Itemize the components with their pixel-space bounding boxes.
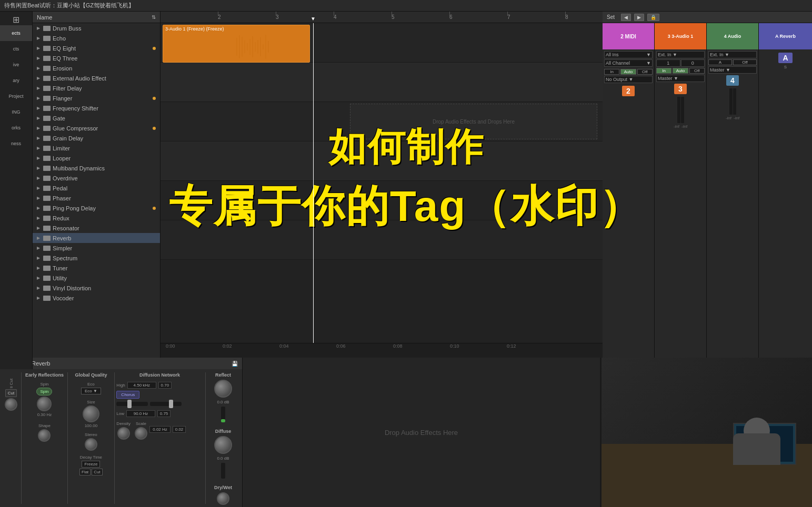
meter-l <box>677 97 680 123</box>
audio1-routing-in[interactable]: Ext. In ▼ <box>656 51 705 58</box>
nav-item-1[interactable]: ⊞ <box>0 14 32 25</box>
sidebar-item-label: Grain Delay <box>53 135 83 141</box>
sidebar-item-frequency-shifter[interactable]: ▶ Frequency Shifter <box>33 103 160 113</box>
precut-cut-btn[interactable]: Cut <box>5 389 17 397</box>
sidebar-item-flanger[interactable]: ▶ Flanger <box>33 93 160 103</box>
sidebar-item-eq-eight[interactable]: ▶ EQ Eight <box>33 43 160 53</box>
nav-item-effects[interactable]: ects <box>0 25 32 41</box>
nav-item-effects2[interactable]: cts <box>0 41 32 57</box>
high-label: High <box>116 383 125 388</box>
sidebar-sort-icon[interactable]: ⇅ <box>152 14 156 20</box>
sidebar-item-gate[interactable]: ▶ Gate <box>33 113 160 123</box>
sidebar-item-spectrum[interactable]: ▶ Spectrum <box>33 253 160 263</box>
lock-btn[interactable]: 🔒 <box>647 14 659 21</box>
sidebar-item-glue-compressor[interactable]: ▶ Glue Compressor <box>33 123 160 133</box>
sidebar-item-limiter[interactable]: ▶ Limiter <box>33 143 160 153</box>
midi-routing-ch[interactable]: All Channel ▼ <box>604 59 653 67</box>
reverb-save-icon[interactable]: 💾 <box>232 361 238 367</box>
sidebar-item-looper[interactable]: ▶ Looper <box>33 153 160 163</box>
nav-left-btn[interactable]: ◀ <box>621 14 631 21</box>
scale-knob[interactable] <box>135 427 147 440</box>
audio1-output[interactable]: Master ▼ <box>656 75 705 82</box>
sidebar-arrow: ▶ <box>37 106 42 111</box>
folder-icon <box>43 196 51 201</box>
sidebar-item-pedal[interactable]: ▶ Pedal <box>33 183 160 193</box>
stereo-knob[interactable] <box>85 438 97 451</box>
sidebar-item-vocoder[interactable]: ▶ Vocoder <box>33 293 160 303</box>
flat-btn[interactable]: Flat <box>79 469 91 475</box>
midi-output[interactable]: No Output ▼ <box>604 76 653 83</box>
midi-in-btn[interactable]: In <box>604 69 619 75</box>
eco-dropdown[interactable]: Eco ▼ <box>81 388 101 394</box>
sidebar-item-resonator[interactable]: ▶ Resonator <box>33 223 160 233</box>
nav-item-project[interactable]: Project <box>0 88 32 104</box>
size-knob[interactable] <box>83 405 99 422</box>
sidebar-item-utility[interactable]: ▶ Utility <box>33 273 160 283</box>
density-knob[interactable] <box>117 427 130 440</box>
high-slider2[interactable] <box>150 402 182 406</box>
sidebar-item-tuner[interactable]: ▶ Tuner <box>33 263 160 273</box>
audio2-off-btn[interactable]: Off <box>733 59 757 65</box>
midi-off-btn[interactable]: Off <box>637 69 653 75</box>
sidebar-item-label: Ping Pong Delay <box>53 205 96 211</box>
audio2-a-btn[interactable]: A <box>708 59 732 65</box>
nav-item-ary[interactable]: ary <box>0 73 32 88</box>
sidebar-item-drum-buss[interactable]: ▶ Drum Buss <box>33 23 160 33</box>
sidebar-item-overdrive[interactable]: ▶ Overdrive <box>33 173 160 183</box>
sidebar-item-external-audio-effect[interactable]: ▶ External Audio Effect <box>33 73 160 83</box>
low-freq-input[interactable]: 90.0 Hz <box>126 410 155 417</box>
sidebar-item-phaser[interactable]: ▶ Phaser <box>33 193 160 203</box>
precut-knob[interactable] <box>5 398 17 411</box>
shape-knob[interactable] <box>38 429 51 442</box>
freeze-btn[interactable]: Freeze <box>82 461 100 468</box>
diffuse-knob[interactable] <box>214 436 232 454</box>
sidebar-item-echo[interactable]: ▶ Echo <box>33 33 160 43</box>
sidebar-item-multiband-dynamics[interactable]: ▶ Multiband Dynamics <box>33 163 160 173</box>
playhead[interactable] <box>313 23 314 343</box>
audio1-val1[interactable]: 1 <box>656 59 680 67</box>
reflect-knob[interactable] <box>214 380 232 398</box>
midi-routing-in[interactable]: All Ins ▼ <box>604 51 653 58</box>
nav-item-live[interactable]: ive <box>0 57 32 73</box>
sidebar-item-redux[interactable]: ▶ Redux <box>33 213 160 223</box>
dry-wet-knob[interactable] <box>217 492 229 505</box>
high-val-input[interactable]: 0.70 <box>158 382 172 389</box>
high-slider[interactable] <box>116 402 148 406</box>
spin-btn[interactable]: Spin <box>36 388 52 396</box>
audio1-auto-btn[interactable]: Auto <box>673 68 688 74</box>
low-val-input[interactable]: 0.75 <box>157 410 171 417</box>
diffuse-db: 0.0 dB <box>217 456 229 461</box>
sidebar-item-filter-delay[interactable]: ▶ Filter Delay <box>33 83 160 93</box>
sidebar-item-grain-delay[interactable]: ▶ Grain Delay <box>33 133 160 143</box>
sidebar-item-reverb[interactable]: ▶ Reverb <box>33 233 160 243</box>
folder-icon <box>43 146 51 151</box>
sidebar-item-erosion[interactable]: ▶ Erosion <box>33 63 160 73</box>
nav-item-ing[interactable]: ING <box>0 104 32 120</box>
chorus-btn[interactable]: Chorus <box>116 391 139 399</box>
drop-zone[interactable]: Drop Audio Effects Here <box>242 358 600 507</box>
audio2-routing-in[interactable]: Ext. In ▼ <box>708 51 757 58</box>
nav-right-btn[interactable]: ▶ <box>634 14 644 21</box>
freq2-input[interactable]: 0.02 Hz <box>149 426 171 433</box>
sidebar-item-ping-pong-delay[interactable]: ▶ Ping Pong Delay <box>33 203 160 213</box>
val2-input[interactable]: 0.02 <box>173 426 186 433</box>
audio2-output[interactable]: Master ▼ <box>708 66 757 74</box>
spin-knob[interactable] <box>37 397 52 411</box>
audio1-val2[interactable]: 0 <box>681 59 705 67</box>
size-control: Size 100.00 <box>83 400 99 428</box>
sidebar-scroll[interactable]: ▶ Drum Buss ▶ Echo ▶ EQ Eight ▶ EQ Three… <box>33 23 160 369</box>
sidebar-item-vinyl-distortion[interactable]: ▶ Vinyl Distortion <box>33 283 160 293</box>
density-scale-row: Density Scale <box>116 421 147 440</box>
audio1-in-btn[interactable]: In <box>656 68 671 74</box>
audio-clip-1[interactable]: 3-Audio 1 (Freeze) (Freeze) <box>163 25 310 63</box>
midi-auto-btn[interactable]: Auto <box>620 69 636 75</box>
nav-item-ness[interactable]: ness <box>0 136 32 151</box>
high-freq-input[interactable]: 4.50 kHz <box>127 382 156 389</box>
audio1-off-btn[interactable]: Off <box>689 68 705 74</box>
sidebar-item-label: Redux <box>53 215 69 221</box>
nav-item-orks[interactable]: orks <box>0 120 32 136</box>
cut-btn[interactable]: Cut <box>92 469 102 475</box>
sidebar-item-eq-three[interactable]: ▶ EQ Three <box>33 53 160 63</box>
sidebar-header: Name ⇅ <box>33 12 160 23</box>
sidebar-item-simpler[interactable]: ▶ Simpler <box>33 243 160 253</box>
